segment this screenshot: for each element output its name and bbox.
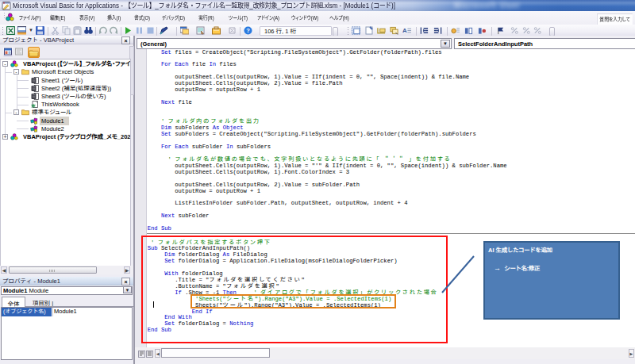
svg-text:?: ? bbox=[246, 27, 250, 34]
svg-text:A: A bbox=[402, 27, 407, 34]
